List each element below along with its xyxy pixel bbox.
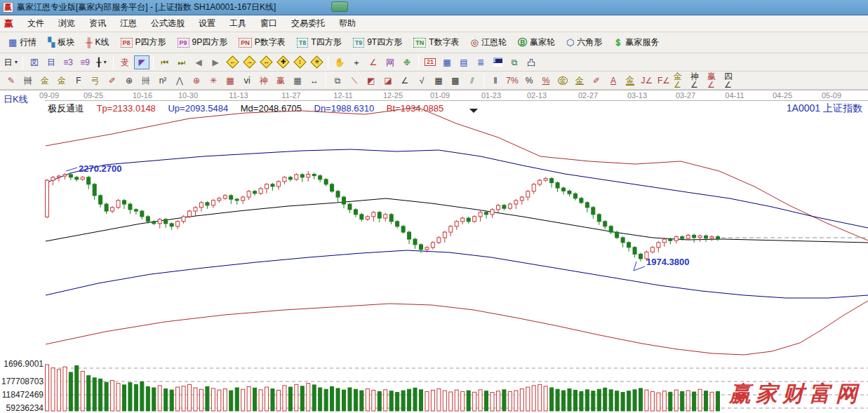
hand-tool-icon[interactable]: ✋ xyxy=(332,55,347,69)
zoom-all-icon[interactable]: ✳ xyxy=(309,55,324,69)
save-icon[interactable] xyxy=(490,55,505,69)
grid-123-icon[interactable]: ▦ xyxy=(290,74,305,88)
line-scale-icon[interactable]: 卌 xyxy=(20,74,36,88)
menu-item-8[interactable]: 交易委托 xyxy=(284,16,332,30)
ying-grid-icon[interactable]: 赢 xyxy=(273,74,288,88)
star-grid-icon[interactable]: ✳ xyxy=(206,74,221,88)
gold-grid-icon[interactable]: 金 xyxy=(37,74,53,88)
zoom-horizontal-icon[interactable]: ↔ xyxy=(258,55,274,69)
f-ruler-icon[interactable]: F xyxy=(71,74,86,88)
gold-angle-icon[interactable]: 金∠ xyxy=(673,74,688,88)
seven-pct-icon[interactable]: 7% xyxy=(505,74,520,88)
ying-angle-icon[interactable]: 赢∠ xyxy=(707,74,722,88)
shen-angle-icon[interactable]: 神∠ xyxy=(690,74,705,88)
kline-button[interactable]: ╫K线 xyxy=(81,34,113,50)
menu-item-9[interactable]: 帮助 xyxy=(332,16,363,30)
a-channel-icon[interactable]: A xyxy=(606,74,621,88)
zoom-vertical-icon[interactable]: ↕ xyxy=(292,55,307,69)
calculator-icon[interactable]: ▤ xyxy=(456,55,472,69)
grid-dense-icon[interactable]: ▩ xyxy=(448,74,463,88)
grid-large-icon[interactable]: ▦ xyxy=(431,74,446,88)
menu-item-5[interactable]: 设置 xyxy=(192,16,222,30)
zoom-left-icon[interactable]: ← xyxy=(225,55,240,69)
crosshair-tool-icon[interactable]: ＋ xyxy=(349,55,364,69)
check-line-icon[interactable]: √ xyxy=(414,74,429,88)
width-measure-icon[interactable]: ↔ xyxy=(307,74,322,88)
menu-item-3[interactable]: 江恩 xyxy=(113,16,144,30)
n2-icon[interactable]: n² xyxy=(155,74,171,88)
angle-line-icon[interactable]: ∠ xyxy=(397,74,413,88)
pattern-view-icon[interactable]: 図 xyxy=(27,55,42,69)
fan-icon[interactable]: ◩ xyxy=(363,74,379,88)
p-number-table-button[interactable]: PNP数字表 xyxy=(234,34,290,50)
zoom-right-icon[interactable]: → xyxy=(241,55,257,69)
data-table-icon[interactable]: ▦ xyxy=(439,55,455,69)
bars-9-icon[interactable]: ≡9 xyxy=(77,55,93,69)
candle-body xyxy=(532,184,535,191)
notes-icon[interactable]: ≣ xyxy=(473,55,488,69)
winner-wheel-button[interactable]: Ⓑ赢家轮 xyxy=(514,34,559,51)
last-bar-icon[interactable]: ⏭ xyxy=(174,55,189,69)
circle-grid-icon[interactable]: ⊕ xyxy=(121,74,137,88)
p-square-button[interactable]: P8P四方形 xyxy=(116,34,171,50)
candle-style-dropdown[interactable]: ╂▼ xyxy=(94,55,109,69)
pct-line-icon[interactable]: % xyxy=(538,74,554,88)
winner-service-button[interactable]: ＄赢家服务 xyxy=(609,34,663,51)
t9-square-button[interactable]: T99T四方形 xyxy=(349,34,407,50)
fan2-icon[interactable]: ◪ xyxy=(380,74,396,88)
next-bar-icon[interactable]: ▶ xyxy=(208,55,223,69)
chart-canvas[interactable] xyxy=(0,90,868,413)
coil-icon[interactable]: 弓 xyxy=(88,74,103,88)
box-select-icon[interactable]: ⧉ xyxy=(330,74,345,88)
angle-tool-icon[interactable]: ∠ xyxy=(366,55,381,69)
grid-tool-icon[interactable]: 网 xyxy=(382,55,398,69)
gold-circle-icon[interactable]: 金 xyxy=(555,74,570,88)
drop-pen-icon[interactable]: ✐ xyxy=(589,74,604,88)
candle-body xyxy=(437,238,441,243)
print-icon[interactable]: 凸 xyxy=(523,55,539,69)
gold-under-icon[interactable]: 金 xyxy=(622,74,638,88)
prev-bar-icon[interactable]: ◀ xyxy=(191,55,206,69)
tick-marks-icon[interactable]: ⅵ xyxy=(239,74,255,88)
bar-scale-icon[interactable]: ⫴ xyxy=(488,74,503,88)
pen-knife-icon[interactable]: ✎ xyxy=(4,74,19,88)
sectors-button-label: 板块 xyxy=(58,36,74,48)
box-grid-icon[interactable]: ▦ xyxy=(222,74,238,88)
gold-line-icon[interactable]: 金 xyxy=(572,74,587,88)
smart-tool-icon[interactable]: ❉ xyxy=(399,55,415,69)
first-bar-icon[interactable]: ⏮ xyxy=(157,55,173,69)
export-icon[interactable]: ⧉ xyxy=(507,55,522,69)
t-number-table-button[interactable]: TNT数字表 xyxy=(409,34,463,50)
p9-square-button[interactable]: P99P四方形 xyxy=(173,34,232,50)
color-chart-icon[interactable]: ◤ xyxy=(134,55,149,69)
t-square-button[interactable]: T8T四方形 xyxy=(293,34,346,50)
si-angle-icon[interactable]: 四∠ xyxy=(723,74,739,88)
hexagon-button[interactable]: ⬡六角形 xyxy=(562,34,606,50)
gold-grid2-icon[interactable]: 金 xyxy=(54,74,69,88)
pct-icon[interactable]: % xyxy=(521,74,537,88)
period-day-dropdown[interactable]: 日▼ xyxy=(4,55,19,69)
gann-wheel-button[interactable]: ◎江恩轮 xyxy=(467,34,511,50)
menu-item-4[interactable]: 公式选股 xyxy=(144,16,192,30)
quotes-button[interactable]: ▦行情 xyxy=(4,34,41,50)
hash-ruler-icon[interactable]: 卌 xyxy=(138,74,154,88)
j-angle-icon[interactable]: J∠ xyxy=(639,74,655,88)
f-angle-icon[interactable]: F∠ xyxy=(656,74,672,88)
diag-lines-icon[interactable]: ⫽ xyxy=(465,74,480,88)
mirror-icon[interactable]: ⋀ xyxy=(172,74,187,88)
menu-item-0[interactable]: 文件 xyxy=(20,16,51,30)
red-pattern-icon[interactable]: 叏 xyxy=(117,55,133,69)
rays-icon[interactable]: ⟍ xyxy=(347,74,362,88)
shen-grid-icon[interactable]: 神 xyxy=(256,74,272,88)
calendar-icon[interactable]: 21 xyxy=(422,55,438,69)
menu-item-2[interactable]: 资讯 xyxy=(82,16,113,30)
info-doc-icon[interactable]: 目 xyxy=(44,55,59,69)
menu-item-7[interactable]: 窗口 xyxy=(253,16,284,30)
bars-3-icon[interactable]: ≡3 xyxy=(60,55,76,69)
sectors-button[interactable]: ▚板块 xyxy=(44,34,79,50)
zoom-in-icon[interactable]: ✚ xyxy=(275,55,291,69)
menu-item-6[interactable]: 工具 xyxy=(222,16,253,30)
compass-icon[interactable]: ⊕ xyxy=(189,74,204,88)
menu-item-1[interactable]: 浏览 xyxy=(51,16,82,30)
brush-icon[interactable]: ✐ xyxy=(105,74,120,88)
